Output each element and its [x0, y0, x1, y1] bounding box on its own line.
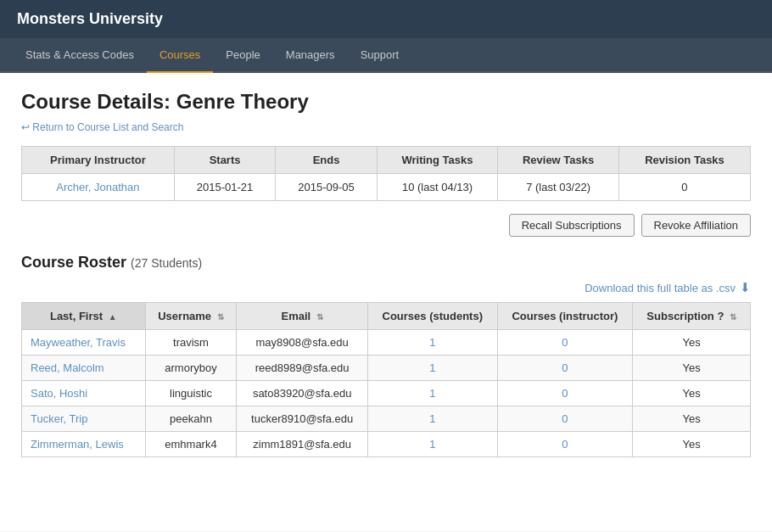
roster-count: (27 Students) — [131, 256, 202, 270]
roster-row: Reed, Malcolm armoryboy reed8989@sfa.edu… — [22, 356, 751, 381]
recall-subscriptions-button[interactable]: Recall Subscriptions — [509, 214, 635, 237]
courses-student-link[interactable]: 1 — [429, 387, 435, 400]
cell-name: Sato, Hoshi — [22, 381, 146, 406]
student-name-link[interactable]: Zimmerman, Lewis — [31, 438, 124, 451]
col-username[interactable]: Username ⇅ — [145, 303, 237, 330]
nav-managers[interactable]: Managers — [273, 38, 348, 71]
cell-revision: 0 — [618, 174, 750, 201]
csv-icon: ⬇ — [740, 280, 751, 295]
back-link[interactable]: ↩ Return to Course List and Search — [21, 121, 183, 133]
nav-people[interactable]: People — [213, 38, 272, 71]
csv-download-link[interactable]: Download this full table as .csv ⬇ — [21, 280, 751, 295]
student-name-link[interactable]: Reed, Malcolm — [31, 361, 104, 374]
col-ends: Ends — [276, 147, 377, 174]
cell-courses-instructor: 0 — [497, 330, 633, 356]
col-instructor: Primary Instructor — [22, 147, 175, 174]
cell-username: linguistic — [145, 381, 237, 406]
roster-title: Course Roster (27 Students) — [21, 254, 751, 272]
col-courses-student[interactable]: Courses (students) — [367, 303, 497, 330]
instructor-link[interactable]: Archer, Jonathan — [56, 181, 139, 193]
nav-courses[interactable]: Courses — [147, 38, 213, 73]
sort-arrows-email: ⇅ — [316, 312, 323, 322]
revoke-affiliation-button[interactable]: Revoke Affiliation — [641, 214, 752, 237]
app-header: Monsters University — [0, 0, 772, 38]
roster-row: Mayweather, Travis travism may8908@sfa.e… — [22, 330, 751, 356]
student-name-link[interactable]: Sato, Hoshi — [31, 387, 87, 400]
roster-title-text: Course Roster — [21, 254, 126, 271]
cell-instructor: Archer, Jonathan — [22, 174, 175, 201]
sort-arrow-name: ▲ — [109, 312, 117, 322]
cell-email: reed8989@sfa.edu — [237, 356, 368, 381]
cell-username: travism — [145, 330, 237, 356]
cell-name: Zimmerman, Lewis — [22, 432, 146, 457]
cell-subscription: Yes — [633, 381, 751, 406]
courses-student-link[interactable]: 1 — [429, 438, 435, 451]
cell-email: tucker8910@sfa.edu — [237, 406, 368, 432]
cell-courses-student: 1 — [367, 432, 497, 457]
cell-username: emhmark4 — [145, 432, 237, 457]
cell-username: peekahn — [145, 406, 237, 432]
courses-instructor-val: 0 — [562, 412, 568, 425]
cell-ends: 2015-09-05 — [276, 174, 377, 201]
cell-subscription: Yes — [633, 432, 751, 457]
courses-instructor-val: 0 — [562, 336, 568, 349]
app-title: Monsters University — [17, 10, 163, 27]
cell-review: 7 (last 03/22) — [498, 174, 619, 201]
cell-courses-instructor: 0 — [497, 432, 633, 457]
main-content: Course Details: Genre Theory ↩ Return to… — [0, 73, 772, 531]
course-info-row: Archer, Jonathan 2015-01-21 2015-09-05 1… — [22, 174, 751, 201]
roster-row: Zimmerman, Lewis emhmark4 zimm1891@sfa.e… — [22, 432, 751, 457]
cell-courses-student: 1 — [367, 381, 497, 406]
cell-email: sato83920@sfa.edu — [237, 381, 368, 406]
roster-section: Course Roster (27 Students) Download thi… — [21, 254, 751, 457]
cell-name: Mayweather, Travis — [22, 330, 146, 356]
cell-starts: 2015-01-21 — [174, 174, 275, 201]
cell-username: armoryboy — [145, 356, 237, 381]
nav-stats[interactable]: Stats & Access Codes — [13, 38, 147, 71]
cell-courses-student: 1 — [367, 330, 497, 356]
roster-row: Tucker, Trip peekahn tucker8910@sfa.edu … — [22, 406, 751, 432]
col-revision: Revision Tasks — [618, 147, 750, 174]
cell-name: Reed, Malcolm — [22, 356, 146, 381]
courses-instructor-val: 0 — [562, 361, 568, 374]
col-starts: Starts — [174, 147, 275, 174]
sort-arrows-subscription: ⇅ — [730, 312, 736, 322]
student-name-link[interactable]: Tucker, Trip — [31, 412, 87, 425]
course-info-table: Primary Instructor Starts Ends Writing T… — [21, 146, 751, 201]
courses-instructor-val: 0 — [562, 387, 568, 400]
cell-subscription: Yes — [633, 406, 751, 432]
cell-courses-student: 1 — [367, 356, 497, 381]
cell-writing: 10 (last 04/13) — [377, 174, 497, 201]
cell-email: may8908@sfa.edu — [237, 330, 368, 356]
student-name-link[interactable]: Mayweather, Travis — [31, 336, 126, 349]
col-review: Review Tasks — [498, 147, 619, 174]
cell-subscription: Yes — [633, 356, 751, 381]
cell-name: Tucker, Trip — [22, 406, 146, 432]
cell-subscription: Yes — [633, 330, 751, 356]
col-subscription[interactable]: Subscription ? ⇅ — [633, 303, 751, 330]
col-name[interactable]: Last, First ▲ — [22, 303, 146, 330]
cell-courses-instructor: 0 — [497, 356, 633, 381]
courses-student-link[interactable]: 1 — [429, 336, 435, 349]
page-title: Course Details: Genre Theory — [21, 90, 751, 114]
nav-support[interactable]: Support — [348, 38, 412, 71]
cell-courses-instructor: 0 — [497, 381, 633, 406]
col-writing: Writing Tasks — [377, 147, 497, 174]
cell-courses-instructor: 0 — [497, 406, 633, 432]
cell-email: zimm1891@sfa.edu — [237, 432, 368, 457]
csv-link-text: Download this full table as .csv — [585, 282, 736, 294]
sort-arrows-username: ⇅ — [217, 312, 224, 322]
cell-courses-student: 1 — [367, 406, 497, 432]
courses-student-link[interactable]: 1 — [429, 361, 435, 374]
roster-table: Last, First ▲ Username ⇅ Email ⇅ Courses… — [21, 302, 751, 457]
courses-student-link[interactable]: 1 — [429, 412, 435, 425]
action-buttons: Recall Subscriptions Revoke Affiliation — [21, 214, 751, 237]
col-courses-instructor[interactable]: Courses (instructor) — [497, 303, 633, 330]
roster-row: Sato, Hoshi linguistic sato83920@sfa.edu… — [22, 381, 751, 406]
main-nav: Stats & Access Codes Courses People Mana… — [0, 38, 772, 73]
col-email[interactable]: Email ⇅ — [237, 303, 368, 330]
courses-instructor-val: 0 — [562, 438, 568, 451]
